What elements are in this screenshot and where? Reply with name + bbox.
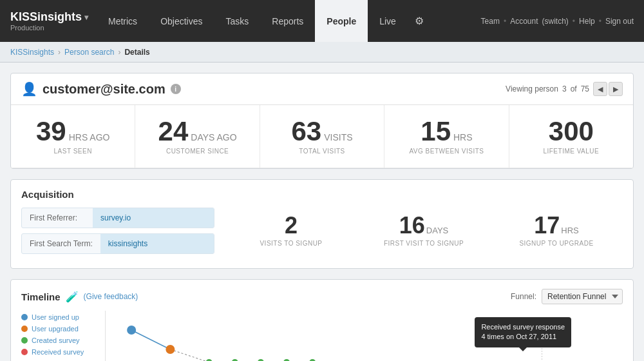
acq-stat-signup-upgrade-label: SIGNUP TO UPGRADE	[495, 240, 618, 247]
next-person-button[interactable]: ▶	[609, 82, 623, 96]
viewing-label: Viewing person	[506, 84, 558, 93]
nav-people[interactable]: People	[315, 0, 368, 42]
acq-stat-visits-signup: 2 VISITS TO SIGNUP	[225, 208, 357, 259]
stat-avg-between-unit: HRS	[453, 132, 473, 142]
nav-account-link[interactable]: Account	[510, 17, 538, 26]
stat-last-seen-unit: HRS AGO	[69, 132, 110, 142]
brand-name-text: KISSinsights	[10, 10, 82, 24]
feedback-link[interactable]: (Give feedback)	[84, 292, 138, 301]
nav-right: Team • Account (switch) • Help • Sign ou…	[471, 0, 644, 42]
nav-switch-link[interactable]: (switch)	[542, 17, 569, 26]
viewing-position: 3	[562, 84, 567, 93]
legend-dot-signed-up	[21, 314, 28, 320]
timeline-title: Timeline	[21, 291, 61, 302]
timeline-chart: User signed up User upgraded Created sur…	[21, 311, 623, 361]
acquisition-fields: First Referrer: survey.io First Search T…	[21, 208, 214, 259]
svg-line-1	[170, 349, 209, 361]
stat-customer-since-number: 24	[158, 116, 189, 146]
nav-items: Metrics Objectives Tasks Reports People …	[97, 0, 471, 42]
first-referrer-value: survey.io	[93, 208, 214, 228]
person-card: 👤 customer@site.com i Viewing person 3 o…	[10, 73, 634, 169]
legend-created-survey: Created survey	[21, 337, 105, 344]
person-email: customer@site.com	[43, 82, 166, 97]
legend-dot-received-survey	[21, 349, 28, 355]
nav-settings[interactable]: ⚙	[408, 0, 431, 42]
timeline-header: Timeline 🧪 (Give feedback) Funnel: Reten…	[21, 289, 623, 304]
prev-person-button[interactable]: ◀	[593, 82, 607, 96]
acq-stat-first-visit-unit: DAYS	[426, 226, 448, 235]
first-referrer-row: First Referrer: survey.io	[21, 208, 214, 228]
nav-team-link[interactable]: Team	[481, 17, 500, 26]
legend-label-upgraded[interactable]: User upgraded	[32, 325, 79, 333]
stat-customer-since-label: CUSTOMER SINCE	[146, 148, 249, 155]
tooltip-title: Received survey response	[481, 322, 565, 332]
stats-row: 39HRS AGO LAST SEEN 24DAYS AGO CUSTOMER …	[11, 105, 633, 168]
breadcrumb-middle[interactable]: Person search	[64, 48, 114, 57]
breadcrumb-home[interactable]: KISSinsights	[10, 48, 54, 57]
legend-user-upgraded: User upgraded	[21, 325, 105, 333]
legend-label-signed-up[interactable]: User signed up	[32, 313, 79, 321]
first-search-term-row: First Search Term: kissinsights	[21, 233, 214, 254]
acquisition-section: Acquisition First Referrer: survey.io Fi…	[10, 179, 634, 269]
main-content: 👤 customer@site.com i Viewing person 3 o…	[0, 63, 644, 361]
timeline-legend: User signed up User upgraded Created sur…	[21, 311, 105, 361]
acquisition-stats: 2 VISITS TO SIGNUP 16DAYS FIRST VISIT TO…	[225, 208, 623, 259]
stat-last-seen: 39HRS AGO LAST SEEN	[11, 105, 135, 168]
legend-dot-upgraded	[21, 326, 28, 332]
legend-label-created-survey[interactable]: Created survey	[32, 337, 80, 344]
stat-customer-since-unit: DAYS AGO	[191, 132, 236, 142]
acq-stat-first-visit: 16DAYS FIRST VISIT TO SIGNUP	[357, 208, 490, 259]
acq-stat-visits-signup-label: VISITS TO SIGNUP	[230, 240, 352, 247]
stat-total-visits: 63VISITS TOTAL VISITS	[260, 105, 384, 168]
legend-dot-created-survey	[21, 337, 28, 344]
acq-stat-visits-signup-num: 2	[285, 212, 298, 239]
acquisition-title: Acquisition	[21, 189, 623, 200]
stat-total-visits-number: 63	[291, 116, 321, 146]
legend-received-survey: Received survey	[21, 348, 105, 356]
nav-help-link[interactable]: Help	[579, 17, 595, 26]
dot-signed-up[interactable]	[127, 326, 136, 335]
nav-live[interactable]: Live	[368, 0, 408, 42]
nav-metrics[interactable]: Metrics	[97, 0, 149, 42]
stat-avg-between-label: AVG BETWEEN VISITS	[395, 148, 498, 155]
person-nav-arrows: ◀ ▶	[593, 82, 623, 96]
funnel-dropdown[interactable]: Retention Funnel	[542, 289, 623, 304]
legend-label-received-survey[interactable]: Received survey	[32, 348, 84, 356]
legend-user-signed-up: User signed up	[21, 313, 105, 321]
svg-line-0	[131, 330, 170, 349]
brand-logo: KISSinsights ▾ Production	[0, 0, 97, 42]
funnel-label: Funnel:	[511, 292, 536, 301]
flask-icon: 🧪	[66, 291, 79, 303]
first-search-term-value: kissinsights	[100, 234, 214, 253]
stat-customer-since: 24DAYS AGO CUSTOMER SINCE	[135, 105, 260, 168]
nav-signout-link[interactable]: Sign out	[605, 17, 634, 26]
info-icon[interactable]: i	[171, 84, 181, 94]
breadcrumb: KISSinsights › Person search › Details	[0, 42, 644, 63]
chart-area: Received survey response 4 times on Oct …	[105, 311, 623, 361]
stat-last-seen-label: LAST SEEN	[21, 148, 124, 155]
stat-avg-between-number: 15	[421, 116, 451, 146]
acquisition-grid: First Referrer: survey.io First Search T…	[21, 208, 623, 259]
breadcrumb-current: Details	[124, 48, 149, 57]
stat-lifetime-value-label: LIFETIME VALUE	[520, 148, 623, 155]
dot-upgraded[interactable]	[166, 345, 175, 354]
stat-lifetime-value-number: 300	[549, 116, 594, 146]
nav-tasks[interactable]: Tasks	[214, 0, 260, 42]
top-navigation: KISSinsights ▾ Production Metrics Object…	[0, 0, 644, 42]
stat-total-visits-unit: VISITS	[324, 132, 352, 142]
first-referrer-label: First Referrer:	[22, 208, 93, 228]
tooltip-box: Received survey response 4 times on Oct …	[475, 317, 571, 347]
brand-subtitle: Production	[10, 24, 89, 32]
viewing-total: 75	[581, 84, 589, 93]
person-header: 👤 customer@site.com i Viewing person 3 o…	[11, 73, 633, 105]
nav-reports[interactable]: Reports	[260, 0, 315, 42]
timeline-title-row: Timeline 🧪 (Give feedback)	[21, 291, 138, 303]
acq-stat-first-visit-label: FIRST VISIT TO SIGNUP	[363, 240, 485, 247]
stat-last-seen-number: 39	[36, 116, 66, 146]
brand-dropdown-arrow[interactable]: ▾	[84, 13, 88, 22]
funnel-select-row: Funnel: Retention Funnel	[511, 289, 623, 304]
person-icon: 👤	[21, 81, 37, 97]
stat-avg-between: 15HRS AVG BETWEEN VISITS	[384, 105, 509, 168]
person-email-row: 👤 customer@site.com i	[21, 81, 181, 97]
nav-objectives[interactable]: Objectives	[149, 0, 214, 42]
